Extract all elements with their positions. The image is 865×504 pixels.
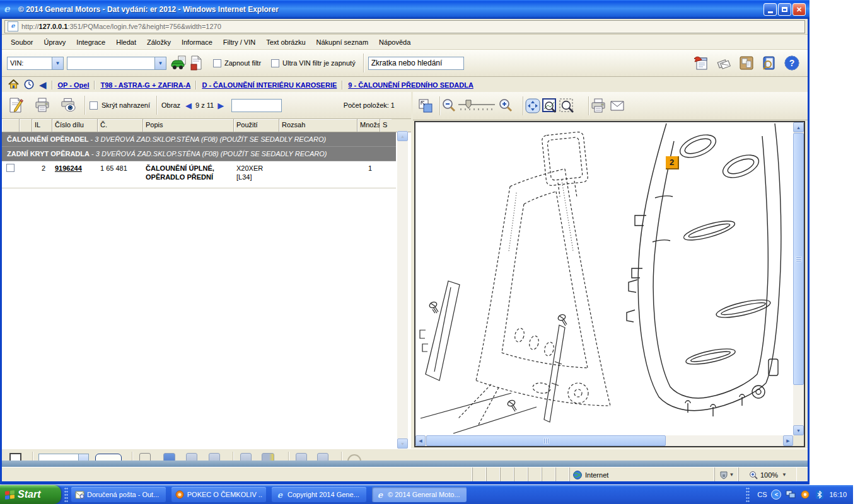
bluetooth-icon[interactable] xyxy=(815,490,825,500)
task-outlook[interactable]: Doručená pošta - Out... xyxy=(71,487,166,502)
viewer-vscroll-thumb[interactable] xyxy=(793,133,804,385)
zoom-select-icon[interactable] xyxy=(541,98,558,114)
viewer-scroll-left-icon[interactable]: ◀ xyxy=(415,435,426,446)
menu-zalozky[interactable]: Záložky xyxy=(147,38,171,46)
print-image-icon[interactable] xyxy=(589,98,607,114)
vin-toolbar: VIN: ▼ ▼ xyxy=(2,50,808,77)
zoom-in-icon[interactable] xyxy=(497,98,514,114)
history-clock-icon[interactable] xyxy=(24,79,34,91)
menu-filtry-vin[interactable]: Filtry / VIN xyxy=(223,38,255,46)
row-catalog-number: 1 65 481 xyxy=(98,161,143,188)
scroll-up-icon[interactable]: ▲ xyxy=(397,131,408,141)
viewer-vscrollbar[interactable]: ▲ ▼ xyxy=(793,122,804,435)
ultra-vin-filtr-label: Ultra VIN filtr je zapnutý xyxy=(282,59,356,67)
hide-replacements-checkbox[interactable] xyxy=(90,101,98,110)
menu-upravy[interactable]: Úpravy xyxy=(44,38,66,46)
col-s[interactable]: S xyxy=(380,119,392,132)
start-button[interactable]: Start xyxy=(0,485,61,504)
protected-caret-icon: ▼ xyxy=(729,472,734,478)
viewer-hscrollbar[interactable]: ◀ ▶ xyxy=(415,435,793,446)
zoom-slider[interactable] xyxy=(457,100,496,115)
ultra-vin-filtr-checkbox[interactable] xyxy=(271,59,279,67)
technical-drawing[interactable]: 2 xyxy=(415,122,793,435)
fit-to-window-icon[interactable] xyxy=(417,98,434,114)
vin-select-arrow-icon[interactable]: ▼ xyxy=(52,57,63,69)
export-document-icon[interactable] xyxy=(692,55,709,71)
help-icon[interactable]: ? xyxy=(783,55,800,71)
breadcrumb-make[interactable]: OP - Opel xyxy=(58,81,90,89)
print-list-icon[interactable] xyxy=(33,97,50,113)
col-pouziti[interactable]: Použití xyxy=(234,119,279,132)
hide-icons-icon[interactable]: < xyxy=(771,490,781,500)
parts-scrollbar[interactable]: ▲ ▼ xyxy=(397,131,408,449)
vin-history-arrow-icon[interactable]: ▼ xyxy=(154,57,166,69)
next-image-icon[interactable]: ▶ xyxy=(218,101,224,110)
col-mnozs[interactable]: Množs xyxy=(357,119,380,132)
document-filter-icon[interactable] xyxy=(187,55,204,71)
title-bar[interactable]: e © 2014 General Motors - Dat vydání: er… xyxy=(0,0,810,19)
status-cell xyxy=(528,467,542,481)
vehicle-filter-icon[interactable] xyxy=(170,55,187,71)
address-field[interactable]: e http://127.0.0.1:351/PQMace/login.fve?… xyxy=(4,20,805,33)
tags-icon[interactable] xyxy=(715,55,732,71)
protected-mode-control[interactable]: ▼ xyxy=(715,467,739,481)
pan-tool-icon[interactable] xyxy=(524,98,541,114)
back-icon[interactable]: ◀ xyxy=(39,80,47,89)
parts-filter-input[interactable] xyxy=(231,99,282,112)
col-c[interactable]: Č. xyxy=(98,119,143,132)
print-preview-icon[interactable] xyxy=(60,97,77,113)
search-input[interactable] xyxy=(368,57,464,70)
row-select-checkbox[interactable] xyxy=(6,164,15,172)
task-ie-copyright[interactable]: e Copyright 2014 Gene... xyxy=(272,487,366,502)
edit-note-icon[interactable] xyxy=(7,97,24,113)
send-mail-icon[interactable] xyxy=(608,98,625,114)
updates-icon[interactable] xyxy=(800,490,810,500)
zoom-control[interactable]: 100% ▼ xyxy=(739,467,797,481)
group-name: ČALOUNĚNÍ OPĚRADEL xyxy=(7,135,89,143)
part-number-link[interactable]: 9196244 xyxy=(55,164,82,172)
viewer-scroll-up-icon[interactable]: ▲ xyxy=(793,122,804,132)
scroll-down-icon[interactable]: ▼ xyxy=(397,438,408,449)
vin-select[interactable]: VIN: ▼ xyxy=(7,57,64,70)
menu-soubor[interactable]: Soubor xyxy=(11,38,33,46)
breadcrumb-model[interactable]: T98 - ASTRA-G + ZAFIRA-A xyxy=(100,81,190,89)
group-row[interactable]: ZADNÍ KRYT OPĚRADLA - 3 DVEŘOVÁ ZAD.SKLO… xyxy=(2,147,396,161)
network-icon[interactable] xyxy=(786,490,796,500)
menu-hledat[interactable]: Hledat xyxy=(116,38,136,46)
task-ie-gm-active[interactable]: e © 2014 General Moto... xyxy=(372,487,467,502)
col-rozsah[interactable]: Rozsah xyxy=(279,119,357,132)
part-row[interactable]: 2 9196244 1 65 481 ČALOUNĚNÍ ÚPLNÉ,OPĚRA… xyxy=(2,161,396,188)
prev-image-icon[interactable]: ◀ xyxy=(185,101,192,110)
zoom-region-icon[interactable] xyxy=(558,98,575,114)
col-cislo-dilu[interactable]: Číslo dílu xyxy=(52,119,98,132)
ie-logo-icon: e xyxy=(4,4,15,14)
menu-informace[interactable]: Informace xyxy=(182,38,212,46)
close-button[interactable]: ✕ xyxy=(792,3,806,16)
catalog-search-icon[interactable] xyxy=(760,55,777,71)
clock[interactable]: 16:10 xyxy=(829,491,847,498)
breadcrumb-group[interactable]: D - ČALOUNĚNÍ INTERIÉRU KAROSERIE xyxy=(202,81,337,89)
quicklaunch-separator xyxy=(64,487,68,502)
col-popis[interactable]: Popis xyxy=(143,119,234,132)
menu-nakupni-seznam[interactable]: Nákupní seznam xyxy=(316,38,369,46)
part-callout-2[interactable]: 2 xyxy=(666,156,679,169)
viewer-scroll-down-icon[interactable]: ▼ xyxy=(793,425,804,435)
viewer-scroll-right-icon[interactable]: ▶ xyxy=(783,435,793,446)
home-icon[interactable] xyxy=(8,79,19,90)
menu-napoveda[interactable]: Nápověda xyxy=(379,38,410,46)
group-row[interactable]: ČALOUNĚNÍ OPĚRADEL - 3 DVEŘOVÁ ZAD.SKLOP… xyxy=(2,132,396,147)
viewer-hscroll-thumb[interactable] xyxy=(426,435,666,446)
maximize-button[interactable] xyxy=(778,3,791,16)
image-position: 9 z 11 xyxy=(195,101,214,109)
breadcrumb-subgroup[interactable]: 9 - ČALOUNĚNÍ PŘEDNÍHO SEDADLA xyxy=(348,81,473,89)
menu-text-obrazku[interactable]: Text obrázku xyxy=(266,38,305,46)
col-il[interactable]: IL xyxy=(32,119,52,132)
zoom-out-icon[interactable] xyxy=(440,98,457,114)
vin-history-select[interactable]: ▼ xyxy=(67,57,166,70)
language-indicator[interactable]: CS xyxy=(757,491,767,498)
bulletin-board-icon[interactable] xyxy=(738,55,755,71)
task-pokec[interactable]: POKEC O ČEMKOLIV ... xyxy=(171,487,266,502)
zapnout-filtr-checkbox[interactable] xyxy=(213,59,221,67)
menu-integrace[interactable]: Integrace xyxy=(76,38,105,46)
minimize-button[interactable] xyxy=(763,3,777,16)
